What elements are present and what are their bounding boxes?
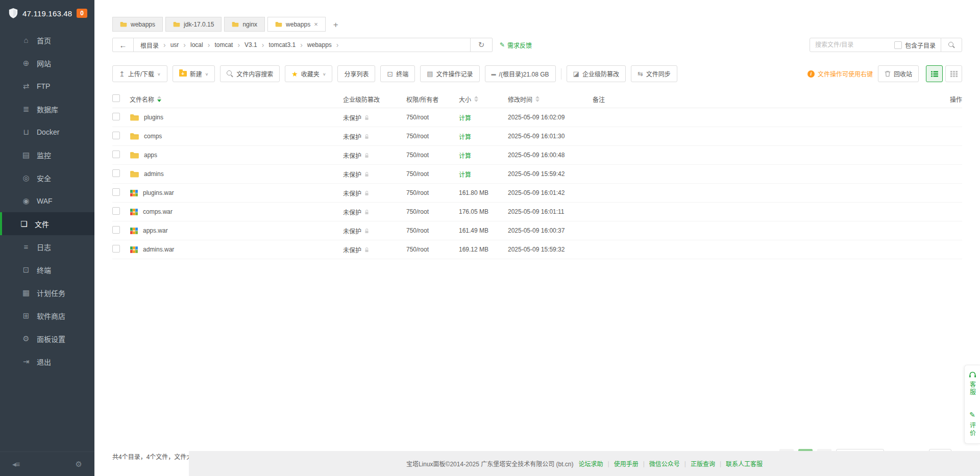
sidebar-item[interactable]: Docker: [0, 120, 94, 143]
sidebar-header[interactable]: 47.119.163.48 0: [0, 0, 94, 27]
size-value[interactable]: 计算: [459, 115, 471, 122]
sidebar-settings-icon[interactable]: [76, 460, 82, 469]
sort-name-icon[interactable]: [157, 96, 161, 102]
collapse-sidebar-icon[interactable]: [12, 460, 19, 469]
size-value[interactable]: 计算: [459, 171, 471, 179]
footer-links: | 论坛求助 | 使用手册 | 微信公众号 | 正版查询 | 联系人工客服: [579, 459, 763, 468]
breadcrumb-item[interactable]: 根目录: [140, 41, 159, 49]
sidebar-item[interactable]: 日志: [0, 235, 94, 258]
breadcrumb-item[interactable]: tomcat3.1: [268, 41, 296, 48]
column-header-mtime[interactable]: 修改时间: [508, 95, 593, 104]
table-row[interactable]: plugins.war 未保护 750/root 161.80 MB 2025-…: [112, 184, 962, 203]
notice-badge[interactable]: 0: [77, 9, 87, 18]
sidebar-item-icon: [21, 334, 31, 343]
file-name[interactable]: plugins: [144, 114, 163, 121]
sidebar-item[interactable]: FTP: [0, 74, 94, 97]
table-row[interactable]: apps.war 未保护 750/root 161.49 MB 2025-05-…: [112, 221, 962, 240]
directory-tab[interactable]: webapps: [112, 17, 163, 32]
file-name[interactable]: comps: [144, 133, 162, 140]
row-checkbox[interactable]: [112, 113, 120, 120]
file-name[interactable]: admins.war: [143, 246, 174, 253]
footer-link[interactable]: 联系人工客服: [726, 459, 763, 468]
size-value[interactable]: 计算: [459, 134, 471, 141]
sidebar-item[interactable]: WAF: [0, 189, 94, 212]
search-button[interactable]: [941, 38, 962, 52]
include-subdir-option[interactable]: 包含子目录: [894, 41, 941, 49]
column-header-size[interactable]: 大小: [459, 95, 508, 104]
row-checkbox[interactable]: [112, 151, 120, 158]
row-checkbox[interactable]: [112, 188, 120, 196]
sidebar-item[interactable]: 退出: [0, 350, 94, 373]
file-name[interactable]: plugins.war: [143, 189, 174, 196]
sidebar-item[interactable]: 面板设置: [0, 327, 94, 350]
directory-tab[interactable]: nginx: [224, 17, 265, 32]
breadcrumb-item[interactable]: tomcat: [214, 41, 233, 48]
sidebar-item[interactable]: 文件: [0, 212, 94, 235]
sidebar-item[interactable]: 计划任务: [0, 281, 94, 304]
table-row[interactable]: comps.war 未保护 750/root 176.05 MB 2025-05…: [112, 203, 962, 221]
toolbar-button[interactable]: 分享列表: [337, 65, 375, 82]
toolbar-button[interactable]: 文件同步: [631, 65, 677, 82]
sidebar-item[interactable]: 数据库: [0, 97, 94, 120]
modified-time: 2025-05-09 15:59:32: [508, 246, 593, 253]
table-row[interactable]: plugins 未保护 750/root 计算 2025-05-09 16:02…: [112, 108, 962, 127]
file-name[interactable]: admins: [144, 170, 164, 178]
grid-view-button[interactable]: [945, 65, 962, 82]
table-row[interactable]: apps 未保护 750/root 计算 2025-05-09 16:00:48: [112, 146, 962, 165]
customer-service-button[interactable]: 客服: [968, 381, 977, 396]
refresh-icon[interactable]: [470, 38, 492, 52]
toolbar-button[interactable]: 收藏夹: [285, 65, 332, 82]
sidebar-item[interactable]: 终端: [0, 258, 94, 281]
file-name[interactable]: comps.war: [143, 208, 173, 215]
sidebar-item-icon: [21, 151, 31, 160]
table-row[interactable]: admins.war 未保护 750/root 169.12 MB 2025-0…: [112, 240, 962, 259]
table-row[interactable]: comps 未保护 750/root 计算 2025-05-09 16:01:3…: [112, 127, 962, 146]
toolbar-button[interactable]: 新建: [173, 65, 215, 82]
new-tab-button[interactable]: +: [328, 18, 344, 32]
toolbar-button[interactable]: 上传/下载: [112, 65, 167, 82]
feedback-link[interactable]: 需求反馈: [500, 41, 532, 49]
size-value[interactable]: 计算: [459, 153, 471, 160]
sort-mtime-icon[interactable]: [535, 96, 540, 102]
recycle-bin-button[interactable]: 回收站: [878, 65, 919, 82]
file-name[interactable]: apps: [144, 152, 157, 159]
sidebar-item[interactable]: 安全: [0, 166, 94, 189]
row-checkbox[interactable]: [112, 132, 120, 139]
file-name[interactable]: apps.war: [143, 227, 168, 234]
sidebar-item[interactable]: 软件商店: [0, 304, 94, 327]
modified-time: 2025-05-09 16:02:09: [508, 114, 593, 121]
breadcrumb-item[interactable]: webapps: [307, 41, 332, 48]
footer-link[interactable]: 论坛求助: [579, 459, 603, 468]
sidebar-item[interactable]: 网站: [0, 52, 94, 74]
rate-button[interactable]: 评价: [968, 422, 977, 437]
search-input[interactable]: [810, 41, 894, 48]
breadcrumb-item[interactable]: V3.1: [244, 41, 257, 48]
toolbar-button[interactable]: 终端: [380, 65, 415, 82]
footer-link[interactable]: 微信公众号: [649, 459, 680, 468]
footer-link[interactable]: 正版查询: [691, 459, 715, 468]
directory-tab[interactable]: jdk-17.0.15: [165, 17, 222, 32]
footer-link[interactable]: 使用手册: [614, 459, 639, 468]
row-checkbox[interactable]: [112, 226, 120, 234]
sidebar-item[interactable]: 监控: [0, 143, 94, 166]
column-header-name[interactable]: 文件名称: [130, 95, 343, 104]
directory-tab[interactable]: webapps: [267, 17, 326, 32]
close-icon[interactable]: [314, 20, 318, 28]
breadcrumb-item[interactable]: usr: [170, 41, 179, 48]
sidebar-item[interactable]: 首页: [0, 29, 94, 52]
sort-size-icon[interactable]: [474, 96, 478, 102]
toolbar-button[interactable]: 文件操作记录: [420, 65, 479, 82]
toolbar-button[interactable]: 企业级防篡改: [567, 65, 626, 82]
search-icon: [948, 42, 955, 48]
row-checkbox[interactable]: [112, 207, 120, 215]
toolbar-button[interactable]: 文件内容搜索: [220, 65, 280, 82]
row-checkbox[interactable]: [112, 169, 120, 177]
table-row[interactable]: admins 未保护 750/root 计算 2025-05-09 15:59:…: [112, 165, 962, 184]
include-subdir-checkbox[interactable]: [894, 41, 902, 49]
back-icon[interactable]: [113, 38, 134, 52]
select-all-checkbox[interactable]: [112, 94, 120, 102]
list-view-button[interactable]: [926, 65, 943, 82]
breadcrumb-item[interactable]: local: [190, 41, 203, 48]
row-checkbox[interactable]: [112, 245, 120, 253]
toolbar-button[interactable]: /(根目录)21.08 GB: [485, 65, 556, 82]
